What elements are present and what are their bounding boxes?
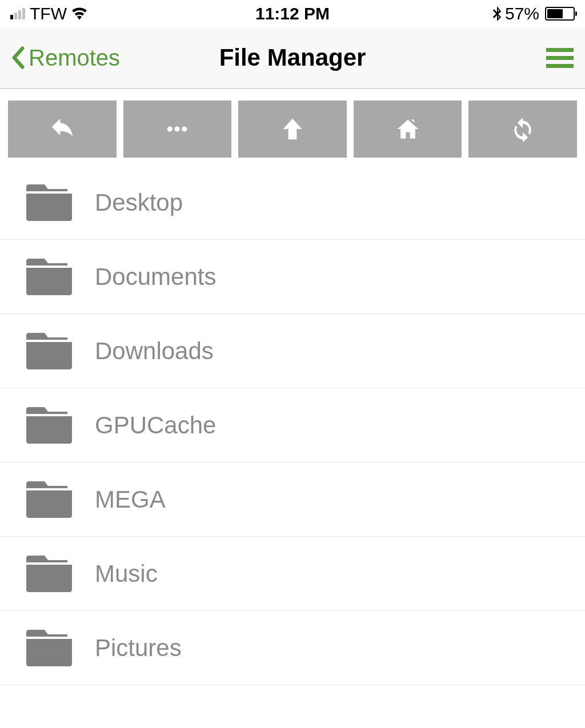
hamburger-icon xyxy=(546,48,574,52)
item-label: Music xyxy=(95,560,158,588)
svg-point-0 xyxy=(167,126,173,131)
item-label: Documents xyxy=(95,263,216,291)
back-label: Remotes xyxy=(29,45,120,71)
folder-icon xyxy=(26,259,72,295)
refresh-button[interactable] xyxy=(468,100,577,158)
list-item[interactable]: Downloads xyxy=(0,314,585,388)
status-left: TFW xyxy=(10,4,87,23)
carrier-label: TFW xyxy=(30,4,67,23)
home-button[interactable] xyxy=(354,100,462,158)
list-item[interactable]: Documents xyxy=(0,240,585,314)
item-label: Downloads xyxy=(95,337,214,365)
battery-icon xyxy=(545,7,575,21)
back-button[interactable]: Remotes xyxy=(11,45,120,71)
status-time: 11:12 PM xyxy=(255,4,330,23)
home-icon xyxy=(395,116,420,142)
toolbar xyxy=(0,89,585,166)
ellipsis-icon xyxy=(165,116,190,142)
page-title: File Manager xyxy=(219,44,366,71)
nav-bar: Remotes File Manager xyxy=(0,27,585,89)
folder-icon xyxy=(26,481,72,518)
status-bar: TFW 11:12 PM 57% xyxy=(0,0,585,27)
refresh-icon xyxy=(510,116,535,142)
signal-bars-icon xyxy=(10,8,25,19)
menu-button[interactable] xyxy=(546,48,574,68)
up-button[interactable] xyxy=(238,100,347,158)
folder-icon xyxy=(26,556,72,592)
item-label: Desktop xyxy=(95,189,183,216)
item-label: MEGA xyxy=(95,486,166,513)
list-item[interactable]: GPUCache xyxy=(0,388,585,462)
chevron-left-icon xyxy=(11,46,25,69)
arrow-up-icon xyxy=(280,116,305,142)
more-button[interactable] xyxy=(123,100,232,158)
folder-icon xyxy=(26,630,72,666)
file-list: Desktop Documents Downloads GPUCache MEG… xyxy=(0,166,585,685)
wifi-icon xyxy=(71,6,87,22)
list-item[interactable]: Desktop xyxy=(0,166,585,240)
folder-icon xyxy=(26,184,72,221)
list-item[interactable]: Music xyxy=(0,537,585,611)
undo-icon xyxy=(50,116,75,142)
bluetooth-icon xyxy=(492,6,502,21)
list-item[interactable]: Pictures xyxy=(0,611,585,685)
item-label: Pictures xyxy=(95,634,182,662)
battery-percent-label: 57% xyxy=(505,4,539,23)
list-item[interactable]: MEGA xyxy=(0,462,585,537)
undo-button[interactable] xyxy=(8,100,117,158)
svg-point-2 xyxy=(182,126,187,131)
folder-icon xyxy=(26,407,72,444)
folder-icon xyxy=(26,333,72,369)
status-right: 57% xyxy=(492,4,575,23)
item-label: GPUCache xyxy=(95,412,216,439)
svg-point-1 xyxy=(175,126,180,131)
